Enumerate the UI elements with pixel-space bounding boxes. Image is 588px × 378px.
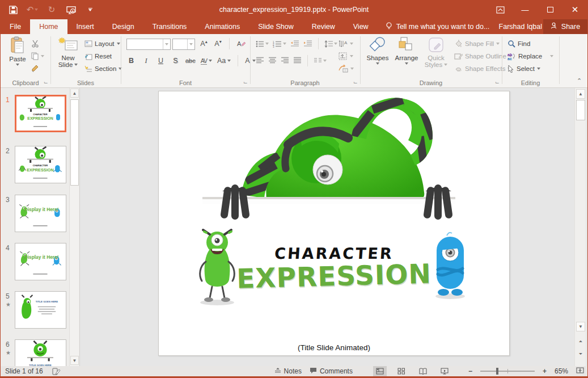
numbering-button[interactable]: 123 (273, 40, 286, 48)
bold-button[interactable]: B (126, 56, 136, 66)
align-left-button[interactable] (256, 57, 264, 65)
clear-formatting-button[interactable]: A (236, 39, 246, 49)
find-button[interactable]: Find (507, 39, 530, 49)
shapes-button[interactable]: Shapes (365, 36, 391, 65)
character-spacing-button[interactable]: AV (201, 56, 212, 66)
ribbon-display-options-icon[interactable] (488, 0, 513, 19)
text-direction-button[interactable]: A (339, 39, 353, 49)
slide-sorter-view-button[interactable] (395, 366, 408, 376)
font-dialog-launcher[interactable]: ⌙ (243, 79, 248, 85)
collapse-ribbon-button[interactable]: ⌃ (577, 77, 582, 85)
slide-thumbnail-1[interactable]: CHARACTER EXPRESSION (15, 95, 66, 132)
underline-button[interactable]: U (156, 56, 166, 66)
slideshow-view-button[interactable] (438, 366, 451, 376)
tab-home[interactable]: Home (30, 19, 67, 34)
text-shadow-button[interactable]: S (171, 56, 180, 66)
minimize-button[interactable]: — (513, 0, 538, 19)
layout-button[interactable]: Layout (84, 39, 120, 49)
italic-button[interactable]: I (141, 56, 151, 66)
format-painter-button[interactable] (31, 64, 39, 74)
columns-button[interactable] (314, 57, 327, 64)
normal-view-button[interactable] (373, 366, 387, 376)
start-slideshow-icon[interactable] (65, 4, 77, 15)
undo-icon[interactable]: ↶ (27, 4, 38, 15)
zoom-level[interactable]: 65% (555, 367, 568, 375)
tell-me-box[interactable]: Tell me what you want to do... (378, 19, 498, 34)
next-slide-icon[interactable]: ⏷ (576, 349, 585, 359)
zoom-in-button[interactable]: + (543, 367, 547, 375)
slide-thumbnail-5[interactable]: TITLE GOES HERE (15, 291, 66, 329)
tab-insert[interactable]: Insert (67, 19, 103, 34)
slide-thumbnail-6[interactable]: TITLE GOES HERE (15, 339, 66, 366)
zoom-out-button[interactable]: − (468, 367, 472, 375)
font-size-combobox[interactable] (172, 39, 195, 50)
drawing-dialog-launcher[interactable]: ⌙ (495, 79, 500, 85)
thumbnail-scrollbar-thumb[interactable] (70, 99, 79, 186)
fit-slide-to-window-icon[interactable] (576, 367, 584, 376)
justify-button[interactable] (293, 57, 302, 65)
replace-button[interactable]: abac Replace (507, 51, 553, 61)
slide-thumbnail-4[interactable]: Display it Here! (15, 243, 66, 280)
slide-thumbnail-2[interactable]: CHARACTER EXPRESSION (15, 146, 66, 183)
notes-toggle[interactable]: Notes (274, 367, 302, 375)
tab-transitions[interactable]: Transitions (143, 19, 196, 34)
align-center-button[interactable] (268, 57, 277, 65)
account-name[interactable]: Farshad Iqbal (499, 19, 542, 34)
bullets-button[interactable] (256, 40, 269, 48)
close-button[interactable]: ✕ (562, 0, 587, 19)
redo-icon[interactable]: ↻ (46, 4, 57, 15)
arrange-button[interactable]: Arrange (393, 36, 420, 65)
slide-indicator[interactable]: Slide 1 of 16 (5, 367, 43, 375)
slide-thumbnail-3[interactable]: Display it Here! (15, 195, 66, 232)
paragraph-dialog-launcher[interactable]: ⌙ (353, 79, 358, 85)
copy-button[interactable] (31, 51, 44, 61)
shape-effects-button[interactable]: Shape Effects (454, 64, 511, 74)
shrink-font-button[interactable]: A▾ (213, 39, 223, 49)
tab-view[interactable]: View (344, 19, 378, 34)
change-case-button[interactable]: Aa (217, 56, 231, 66)
customize-qat-icon[interactable] (84, 4, 96, 15)
scroll-down-icon[interactable]: ▼ (576, 322, 585, 331)
previous-slide-icon[interactable]: ⏶ (576, 337, 585, 346)
grow-font-button[interactable]: A▴ (199, 39, 209, 49)
notes-pen-icon[interactable] (52, 368, 61, 375)
slide-scrollbar[interactable]: ▲ ▼ ⏶ ⏷ (574, 88, 586, 366)
quick-styles-button[interactable]: Quick Styles (422, 36, 450, 68)
tab-review[interactable]: Review (303, 19, 344, 34)
slide-canvas[interactable]: CHARACTER EXPRESSION (Title Slide Animat… (158, 91, 510, 356)
line-spacing-button[interactable] (324, 40, 337, 48)
zoom-slider-thumb[interactable] (496, 368, 498, 375)
cut-button[interactable] (31, 39, 39, 49)
select-button[interactable]: Select (507, 64, 540, 74)
slide-footnote[interactable]: (Title Slide Animated) (159, 343, 509, 352)
reset-button[interactable]: Reset (84, 51, 112, 61)
thumbnail-scroll-up-icon[interactable]: ▲ (70, 89, 79, 98)
thumbnail-scrollbar[interactable]: ▲ ▼ (69, 88, 79, 366)
scroll-up-icon[interactable]: ▲ (576, 89, 585, 99)
shape-fill-button[interactable]: Shape Fill (454, 39, 500, 49)
convert-smartart-button[interactable] (339, 64, 354, 74)
section-button[interactable]: Section (84, 64, 122, 74)
scrollbar-thumb[interactable] (576, 100, 585, 120)
tab-animations[interactable]: Animations (196, 19, 249, 34)
paste-button[interactable]: Paste (5, 36, 30, 66)
comments-toggle[interactable]: Comments (310, 367, 353, 376)
strikethrough-button[interactable]: abc (185, 56, 196, 66)
thumbnail-scroll-down-icon[interactable]: ▼ (70, 356, 79, 365)
align-text-button[interactable] (339, 51, 353, 61)
increase-indent-button[interactable] (303, 40, 312, 48)
clipboard-dialog-launcher[interactable]: ⌙ (44, 79, 48, 85)
save-icon[interactable] (7, 4, 19, 15)
tab-slideshow[interactable]: Slide Show (249, 19, 303, 34)
new-slide-button[interactable]: New Slide (55, 36, 81, 68)
tab-design[interactable]: Design (103, 19, 143, 34)
maximize-button[interactable] (538, 0, 562, 19)
decrease-indent-button[interactable] (290, 40, 299, 48)
tab-file[interactable]: File (1, 19, 30, 34)
reading-view-button[interactable] (416, 366, 430, 376)
share-button[interactable]: Share (543, 19, 587, 34)
shape-outline-button[interactable]: Shape Outline (454, 51, 512, 61)
font-name-combobox[interactable] (126, 39, 171, 50)
zoom-slider[interactable] (480, 371, 535, 372)
align-right-button[interactable] (281, 57, 289, 65)
